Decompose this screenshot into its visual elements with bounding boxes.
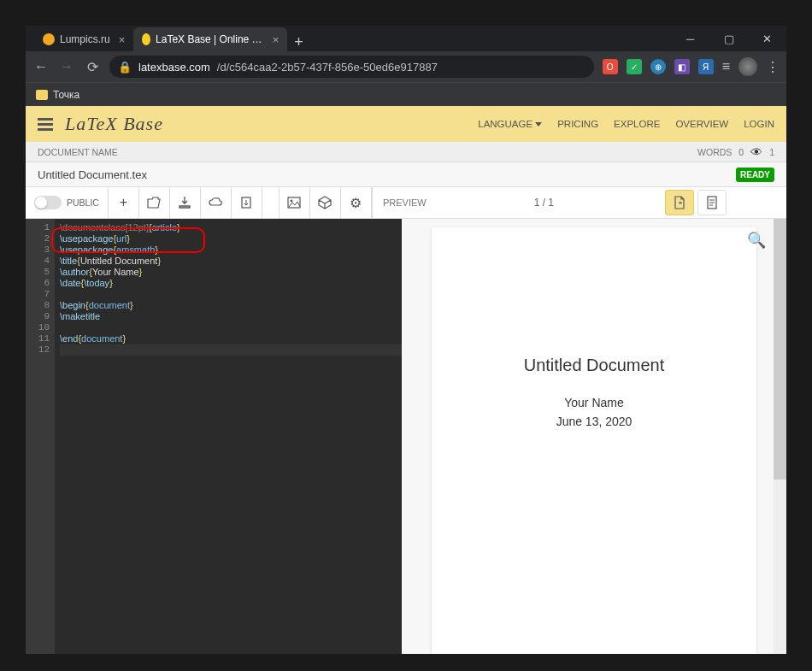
doc-view-button[interactable] <box>697 190 727 215</box>
svg-point-2 <box>291 200 293 203</box>
line-gutter: 123456789101112 <box>26 219 55 654</box>
menu-button[interactable] <box>38 118 53 131</box>
words-count: 0 <box>738 147 744 157</box>
filename-bar: Untitled Document.tex READY <box>26 162 786 186</box>
code-line[interactable]: \usepackage{url} <box>60 233 397 244</box>
words-label: WORDS <box>697 147 732 157</box>
tab-favicon <box>142 33 150 45</box>
preview-title: Untitled Document <box>449 356 739 375</box>
address-bar: ← → ⟳ 🔒 latexbase.com/d/c564caa2-2b57-43… <box>26 51 786 82</box>
preview-author: Your Name <box>449 396 739 409</box>
new-file-button[interactable]: + <box>109 186 139 219</box>
document-meta-bar: DOCUMENT NAME WORDS 0 👁 1 <box>26 142 786 162</box>
code-line[interactable]: \begin{document} <box>60 300 397 311</box>
code-editor[interactable]: 123456789101112 \documentclass[12pt]{art… <box>26 219 402 654</box>
browser-window: Lumpics.ru × LaTeX Base | Online LaTeX E… <box>26 26 786 654</box>
lock-icon: 🔒 <box>118 61 132 74</box>
extension-icon[interactable]: ◧ <box>674 59 690 74</box>
close-icon[interactable]: × <box>119 33 126 46</box>
code-line[interactable] <box>60 289 397 300</box>
nav-explore[interactable]: EXPLORE <box>614 119 660 129</box>
main-area: 123456789101112 \documentclass[12pt]{art… <box>26 219 786 654</box>
toolbar: PUBLIC + ⚙ PREVIEW 1 / 1 <box>26 186 786 219</box>
download-button[interactable] <box>170 186 201 219</box>
url-input[interactable]: 🔒 latexbase.com/d/c564caa2-2b57-437f-856… <box>109 56 594 78</box>
maximize-button[interactable]: ▢ <box>709 26 748 51</box>
open-button[interactable] <box>139 186 170 219</box>
bookmark-item[interactable]: Точка <box>53 89 79 101</box>
page-indicator: 1 / 1 <box>427 197 662 209</box>
public-label: PUBLIC <box>67 197 99 208</box>
chevron-down-icon <box>535 122 542 127</box>
cloud-button[interactable] <box>201 186 232 219</box>
new-tab-button[interactable]: + <box>287 33 310 51</box>
browser-tab[interactable]: Lumpics.ru × <box>34 27 133 51</box>
tab-title: Lumpics.ru <box>60 33 110 45</box>
forward-button[interactable]: → <box>58 59 75 74</box>
url-domain: latexbase.com <box>138 61 210 74</box>
reload-button[interactable]: ⟳ <box>84 59 101 75</box>
url-path: /d/c564caa2-2b57-437f-856e-50ed6e917887 <box>217 61 438 74</box>
code-line[interactable] <box>60 344 397 356</box>
browser-titlebar: Lumpics.ru × LaTeX Base | Online LaTeX E… <box>26 26 786 51</box>
app-brand: LaTeX Base <box>65 113 163 135</box>
extension-icon[interactable]: O <box>603 59 618 74</box>
tab-title: LaTeX Base | Online LaTeX Editor <box>156 33 264 45</box>
code-line[interactable]: \maketitle <box>60 311 397 322</box>
close-icon[interactable]: × <box>273 33 279 46</box>
tab-favicon <box>43 33 55 45</box>
code-line[interactable]: \documentclass[12pt]{article} <box>60 222 397 233</box>
zoom-out-icon[interactable]: 🔍 <box>747 231 766 250</box>
code-line[interactable]: \author{Your Name} <box>60 267 397 278</box>
code-line[interactable]: \usepackage{amsmath} <box>60 244 397 256</box>
scrollbar[interactable] <box>774 219 786 654</box>
close-button[interactable]: ✕ <box>748 26 786 51</box>
export-button[interactable] <box>232 186 262 219</box>
profile-avatar[interactable] <box>738 57 757 76</box>
window-controls: ─ ▢ ✕ <box>671 26 786 51</box>
pdf-view-button[interactable] <box>665 190 694 215</box>
docname-label: DOCUMENT NAME <box>38 147 118 157</box>
code-line[interactable]: \end{document} <box>60 333 397 344</box>
browser-tabs: Lumpics.ru × LaTeX Base | Online LaTeX E… <box>26 26 310 51</box>
preview-page: Untitled Document Your Name June 13, 202… <box>432 227 756 654</box>
extension-icon[interactable]: ✓ <box>627 59 642 74</box>
image-button[interactable] <box>279 186 310 219</box>
code-line[interactable] <box>60 322 397 333</box>
header-nav: LANGUAGE PRICING EXPLORE OVERVIEW LOGIN <box>478 119 774 129</box>
extension-icon[interactable]: ⊕ <box>650 59 666 74</box>
preview-pane: 🔍 Untitled Document Your Name June 13, 2… <box>402 219 786 654</box>
status-badge: READY <box>736 168 774 182</box>
nav-language[interactable]: LANGUAGE <box>478 119 542 129</box>
settings-button[interactable]: ⚙ <box>341 186 372 219</box>
extensions-area: O ✓ ⊕ ◧ Я ≡ ⋮ <box>603 57 780 76</box>
public-toggle[interactable] <box>34 196 62 209</box>
eye-icon: 👁 <box>750 145 762 159</box>
nav-overview[interactable]: OVERVIEW <box>675 119 728 129</box>
package-button[interactable] <box>310 186 341 219</box>
nav-pricing[interactable]: PRICING <box>557 119 598 129</box>
app-header: LaTeX Base LANGUAGE PRICING EXPLORE OVER… <box>26 106 786 142</box>
nav-login[interactable]: LOGIN <box>744 119 774 129</box>
code-content[interactable]: \documentclass[12pt]{article}\usepackage… <box>55 219 402 654</box>
folder-icon <box>36 90 48 100</box>
extension-icon[interactable]: Я <box>698 59 714 74</box>
menu-icon[interactable]: ≡ <box>722 59 730 74</box>
kebab-icon[interactable]: ⋮ <box>766 59 780 75</box>
views-count: 1 <box>769 147 774 157</box>
back-button[interactable]: ← <box>32 59 50 74</box>
minimize-button[interactable]: ─ <box>671 26 709 51</box>
filename-input[interactable]: Untitled Document.tex <box>38 168 147 181</box>
browser-tab-active[interactable]: LaTeX Base | Online LaTeX Editor × <box>133 27 287 51</box>
bookmarks-bar: Точка <box>26 82 786 106</box>
code-line[interactable]: \title{Untitled Document} <box>60 256 397 267</box>
code-line[interactable]: \date{\today} <box>60 278 397 289</box>
preview-date: June 13, 2020 <box>449 415 739 428</box>
preview-label: PREVIEW <box>383 197 427 208</box>
